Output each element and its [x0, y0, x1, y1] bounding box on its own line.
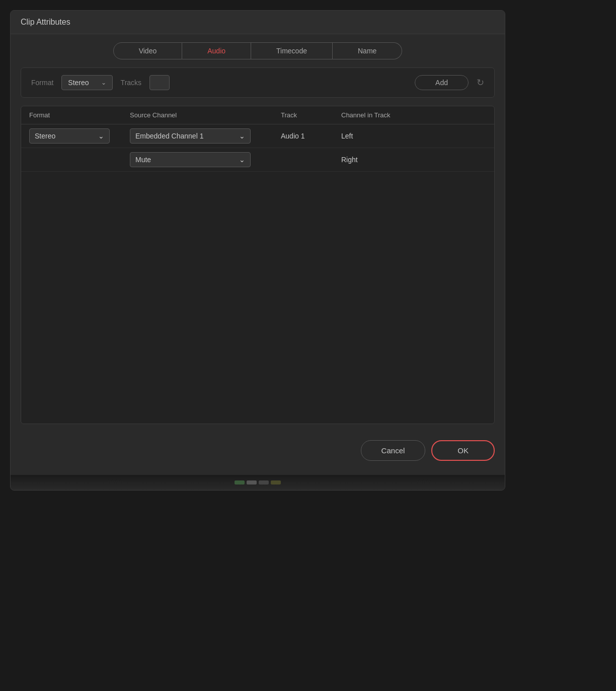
- cancel-button[interactable]: Cancel: [361, 440, 426, 461]
- strip-indicator: [235, 480, 281, 485]
- chevron-down-icon: ⌄: [98, 132, 104, 140]
- row1-channel-in-track-cell: Left: [341, 132, 486, 140]
- tab-audio[interactable]: Audio: [182, 42, 251, 59]
- table-header: Format Source Channel Track Channel in T…: [21, 106, 494, 124]
- row2-source-channel-cell: Mute ⌄: [130, 152, 281, 167]
- header-track: Track: [281, 111, 341, 119]
- chevron-down-icon: ⌄: [239, 132, 245, 140]
- table-row: Mute ⌄ Right: [21, 148, 494, 172]
- tab-bar: Video Audio Timecode Name: [11, 34, 505, 67]
- row2-channel-in-track-cell: Right: [341, 156, 486, 164]
- row1-format-value: Stereo: [35, 132, 55, 140]
- empty-table-area: [21, 172, 494, 424]
- format-dropdown[interactable]: Stereo ⌄: [61, 75, 112, 90]
- tab-name[interactable]: Name: [333, 42, 402, 59]
- header-source-channel: Source Channel: [130, 111, 281, 119]
- dialog-title: Clip Attributes: [21, 18, 70, 26]
- controls-bar: Format Stereo ⌄ Tracks Add ↻: [21, 67, 495, 98]
- strip-bar-gray1: [247, 480, 257, 485]
- title-bar: Clip Attributes: [11, 11, 505, 34]
- tracks-input[interactable]: [149, 75, 170, 90]
- strip-bar-green: [235, 480, 245, 485]
- tracks-label: Tracks: [121, 79, 141, 87]
- format-label: Format: [31, 79, 53, 87]
- chevron-down-icon: ⌄: [101, 79, 106, 86]
- row1-format-cell: Stereo ⌄: [29, 128, 130, 144]
- dialog-footer: Cancel OK: [11, 432, 505, 471]
- tab-video[interactable]: Video: [113, 42, 183, 59]
- table-row: Stereo ⌄ Embedded Channel 1 ⌄ Audio 1 Le…: [21, 124, 494, 148]
- row1-track-cell: Audio 1: [281, 132, 341, 140]
- strip-bar-gray2: [259, 480, 269, 485]
- row1-track-value: Audio 1: [281, 132, 304, 140]
- tab-timecode[interactable]: Timecode: [251, 42, 333, 59]
- audio-table: Format Source Channel Track Channel in T…: [21, 106, 495, 424]
- add-button[interactable]: Add: [415, 75, 469, 90]
- row1-source-channel-value: Embedded Channel 1: [135, 132, 203, 140]
- format-dropdown-value: Stereo: [68, 79, 89, 87]
- header-format: Format: [29, 111, 130, 119]
- reset-icon[interactable]: ↻: [477, 77, 484, 88]
- row1-format-dropdown[interactable]: Stereo ⌄: [29, 128, 110, 144]
- row1-source-channel-cell: Embedded Channel 1 ⌄: [130, 128, 281, 144]
- ok-button[interactable]: OK: [431, 440, 495, 461]
- strip-bar-yellow: [271, 480, 281, 485]
- row2-channel-in-track-value: Right: [341, 156, 358, 164]
- row1-source-channel-dropdown[interactable]: Embedded Channel 1 ⌄: [130, 128, 251, 144]
- row2-source-channel-value: Mute: [135, 156, 151, 164]
- header-channel-in-track: Channel in Track: [341, 111, 486, 119]
- row2-source-channel-dropdown[interactable]: Mute ⌄: [130, 152, 251, 167]
- bottom-strip: [11, 475, 505, 490]
- chevron-down-icon: ⌄: [239, 156, 245, 164]
- row1-channel-in-track-value: Left: [341, 132, 353, 140]
- clip-attributes-dialog: Clip Attributes Video Audio Timecode Nam…: [10, 10, 505, 491]
